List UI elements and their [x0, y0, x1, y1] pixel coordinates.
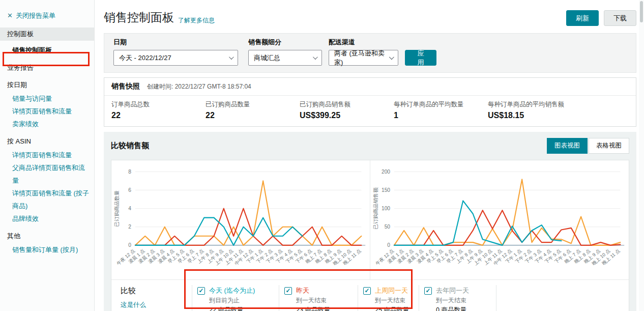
svg-text:已订购商品数量: 已订购商品数量 [114, 190, 120, 227]
compare-item-subtitle: 到一天结束 [436, 296, 469, 305]
quantity-line-chart: 02468已订购商品数量午夜 12 点凌晨 1 点凌晨 2 点凌晨 3 点凌晨 … [111, 162, 370, 279]
chart-view-button[interactable]: 图表视图 [547, 138, 588, 154]
refresh-button[interactable]: 刷新 [566, 10, 599, 26]
compare-item-1: ✓昨天到一天结束23 商品数量US$556.41 [279, 285, 358, 311]
page: ✕关闭报告菜单 控制面板销售控制面板业务报告按日期销量与访问量详情页面销售和流量… [0, 0, 644, 311]
compare-item-quantity: 0 商品数量 [436, 306, 469, 311]
compare-item-2: ✓上周同一天到一天结束25 商品数量US$545.42 [358, 285, 419, 311]
compare-chart-card: 02468已订购商品数量午夜 12 点凌晨 1 点凌晨 2 点凌晨 3 点凌晨 … [111, 160, 629, 311]
chevron-down-icon [313, 54, 318, 60]
learn-more-link[interactable]: 了解更多信息 [178, 16, 215, 25]
compare-item-quantity: 23 商品数量 [296, 306, 330, 311]
stat-value: US$18.15 [488, 111, 582, 120]
stat-value: 22 [206, 111, 300, 120]
compare-item-quantity: 22 商品数量 [209, 306, 255, 311]
chevron-down-icon [389, 54, 394, 60]
close-report-menu[interactable]: ✕关闭报告菜单 [0, 11, 94, 27]
compare-item-quantity: 25 商品数量 [375, 306, 409, 311]
compare-item-0: ✓今天 (迄今为止)到目前为止22 商品数量US$399.25 [192, 285, 279, 311]
scrollbar-track[interactable] [639, 0, 644, 311]
compare-checkbox-1[interactable]: ✓ [284, 287, 292, 295]
stat-label: 订单商品总数 [111, 100, 206, 109]
sidebar-item-1[interactable]: 销售控制面板 [0, 44, 94, 56]
stat-value: US$399.25 [300, 111, 394, 120]
sidebar-item-5[interactable]: 详情页面销售和流量 [0, 105, 94, 118]
svg-text:100: 100 [382, 206, 390, 211]
sales-line-chart: 050100150200已订购商品销售额午夜 12 点凌晨 1 点凌晨 2 点凌… [370, 162, 629, 279]
svg-text:8: 8 [128, 169, 131, 175]
sidebar-item-3: 按日期 [0, 78, 94, 91]
svg-text:2: 2 [128, 224, 131, 230]
sales-chart-panel: 050100150200已订购商品销售额午夜 12 点凌晨 1 点凌晨 2 点凌… [370, 160, 629, 279]
compare-item-subtitle: 到一天结束 [375, 296, 409, 305]
svg-text:150: 150 [382, 187, 390, 193]
stat-label: 已订购商品数量 [206, 100, 300, 109]
snapshot-stats: 订单商品总数22已订购商品数量22已订购商品销售额US$399.25每种订单商品… [104, 96, 636, 126]
compare-checkbox-0[interactable]: ✓ [197, 287, 205, 295]
compare-checkbox-2[interactable]: ✓ [363, 287, 371, 295]
view-toggle: 图表视图 表格视图 [547, 138, 629, 154]
sidebar-item-12: 其他 [0, 230, 94, 242]
svg-text:200: 200 [382, 169, 390, 175]
scrollbar-thumb[interactable] [640, 1, 643, 22]
snapshot-title: 销售快照 [111, 82, 140, 91]
sidebar-item-9[interactable]: 父商品详情页面销售和流量 [0, 161, 94, 187]
sidebar-item-8[interactable]: 详情页面销售和流量 [0, 149, 94, 161]
what-is-this-link[interactable]: 这是什么 [121, 301, 192, 309]
date-filter-value: 今天 - 2022/12/27 [119, 53, 171, 63]
snapshot-stat-1: 已订购商品数量22 [206, 100, 300, 120]
compare-checkbox-groups: ✓今天 (迄今为止)到目前为止22 商品数量US$399.25✓昨天到一天结束2… [192, 285, 496, 311]
sidebar-nav: 控制面板销售控制面板业务报告按日期销量与访问量详情页面销售和流量卖家绩效按 AS… [0, 27, 94, 256]
compare-sales-section: 比较销售额 图表视图 表格视图 02468已订购商品数量午夜 12 点凌晨 1 … [104, 132, 636, 311]
channel-filter-value: 两者 (亚马逊和卖家) [334, 49, 389, 67]
svg-text:0: 0 [128, 242, 131, 248]
compare-item-subtitle: 到目前为止 [209, 296, 255, 305]
sidebar-item-4[interactable]: 销量与访问量 [0, 92, 94, 105]
breakdown-filter-select[interactable]: 商城汇总 [248, 50, 322, 66]
compare-item-subtitle: 到一天结束 [296, 296, 330, 305]
svg-text:6: 6 [128, 187, 131, 193]
sidebar-item-7: 按 ASIN [0, 135, 94, 148]
sidebar-item-2: 业务报告 [0, 61, 94, 74]
stat-label: 每种订单商品的平均数量 [394, 100, 488, 109]
compare-legend-row: 比较 这是什么 ✓今天 (迄今为止)到目前为止22 商品数量US$399.25✓… [111, 279, 629, 311]
compare-item-title: 去年同一天 [436, 286, 469, 295]
stat-value: 22 [111, 111, 206, 120]
page-header: 销售控制面板 了解更多信息 刷新 下载 [104, 10, 636, 26]
date-filter-select[interactable]: 今天 - 2022/12/27 [113, 50, 238, 66]
stat-value: 1 [394, 111, 488, 120]
filter-panel: 日期 今天 - 2022/12/27 销售额细分 商城汇总 配送渠道 两者 (亚… [104, 33, 636, 73]
channel-filter-select[interactable]: 两者 (亚马逊和卖家) [329, 50, 398, 66]
breakdown-filter-value: 商城汇总 [254, 53, 280, 63]
sidebar-item-10[interactable]: 详情页面销售和流量 (按子商品) [0, 187, 94, 212]
snapshot-stat-3: 每种订单商品的平均数量1 [394, 100, 488, 120]
sidebar-item-6[interactable]: 卖家绩效 [0, 118, 94, 130]
download-button[interactable]: 下载 [604, 10, 636, 26]
breakdown-filter-label: 销售额细分 [248, 38, 322, 47]
svg-text:已订购商品销售额: 已订购商品销售额 [373, 187, 378, 230]
compare-item-title: 昨天 [296, 286, 330, 295]
snapshot-stat-4: 每种订单商品的平均销售额US$18.15 [488, 100, 582, 120]
compare-item-3: ✓去年同一天到一天结束0 商品数量US$0.00 [419, 285, 496, 311]
snapshot-created-time: 创建时间: 2022/12/27 GMT-8 18:57:04 [147, 82, 251, 91]
quantity-chart-panel: 02468已订购商品数量午夜 12 点凌晨 1 点凌晨 2 点凌晨 3 点凌晨 … [111, 160, 370, 279]
snapshot-stat-0: 订单商品总数22 [111, 100, 206, 120]
compare-item-title: 上周同一天 [375, 286, 409, 295]
channel-filter-label: 配送渠道 [329, 38, 398, 47]
snapshot-stat-2: 已订购商品销售额US$399.25 [300, 100, 394, 120]
sidebar-item-13[interactable]: 销售量和订单量 (按月) [0, 243, 94, 256]
compare-caption: 比较 [121, 286, 192, 296]
svg-text:50: 50 [385, 224, 391, 230]
reports-sidebar: ✕关闭报告菜单 控制面板销售控制面板业务报告按日期销量与访问量详情页面销售和流量… [0, 0, 95, 311]
chevron-down-icon [229, 54, 234, 60]
sidebar-item-11[interactable]: 品牌绩效 [0, 212, 94, 225]
sidebar-item-0[interactable]: 控制面板 [0, 27, 94, 41]
close-icon: ✕ [7, 12, 13, 19]
main-content: 销售控制面板 了解更多信息 刷新 下载 日期 今天 - 2022/12/27 销… [95, 0, 644, 311]
compare-title: 比较销售额 [111, 141, 149, 151]
apply-button[interactable]: 应用 [405, 50, 436, 66]
compare-checkbox-3[interactable]: ✓ [424, 287, 432, 295]
page-title: 销售控制面板 [104, 10, 174, 24]
stat-label: 已订购商品销售额 [300, 100, 394, 109]
table-view-button[interactable]: 表格视图 [589, 138, 629, 154]
